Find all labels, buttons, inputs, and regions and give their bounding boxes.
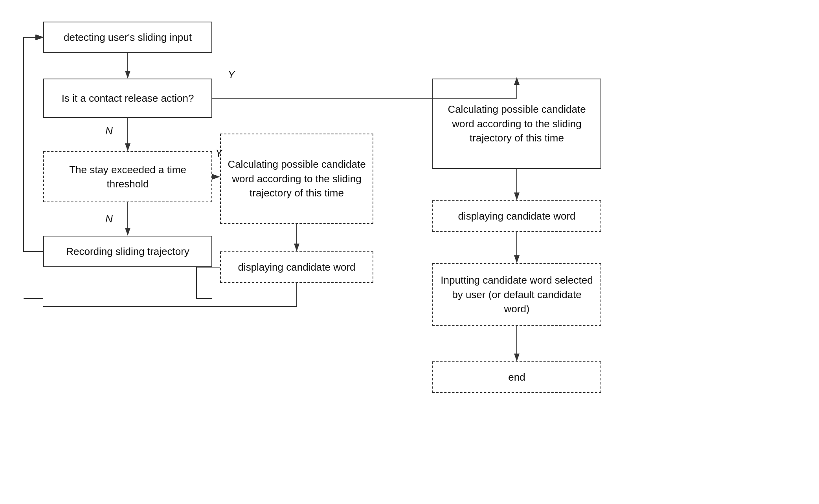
label-n-threshold: N <box>105 213 113 225</box>
arrow-displaymid-to-loop <box>43 283 297 306</box>
arrow-record-loop <box>24 37 43 251</box>
box-record: Recording sliding trajectory <box>43 236 212 267</box>
label-y-threshold: Y <box>215 147 222 159</box>
box-input-right: Inputting candidate word selected by use… <box>432 263 601 326</box>
flowchart: detecting user's sliding input Is it a c… <box>0 0 819 504</box>
box-threshold: The stay exceeded a time threshold <box>43 151 212 202</box>
box-calc-mid: Calculating possible candidate word acco… <box>220 134 373 224</box>
box-display-mid: displaying candidate word <box>220 251 373 283</box>
label-y-contact: Y <box>228 69 235 81</box>
box-calc-right: Calculating possible candidate word acco… <box>432 79 601 169</box>
label-n-contact: N <box>105 125 113 137</box>
box-display-right: displaying candidate word <box>432 200 601 232</box>
arrow-displaymid-loop-partial <box>196 267 220 299</box>
box-detect: detecting user's sliding input <box>43 22 212 53</box>
box-contact: Is it a contact release action? <box>43 79 212 118</box>
box-end: end <box>432 361 601 393</box>
